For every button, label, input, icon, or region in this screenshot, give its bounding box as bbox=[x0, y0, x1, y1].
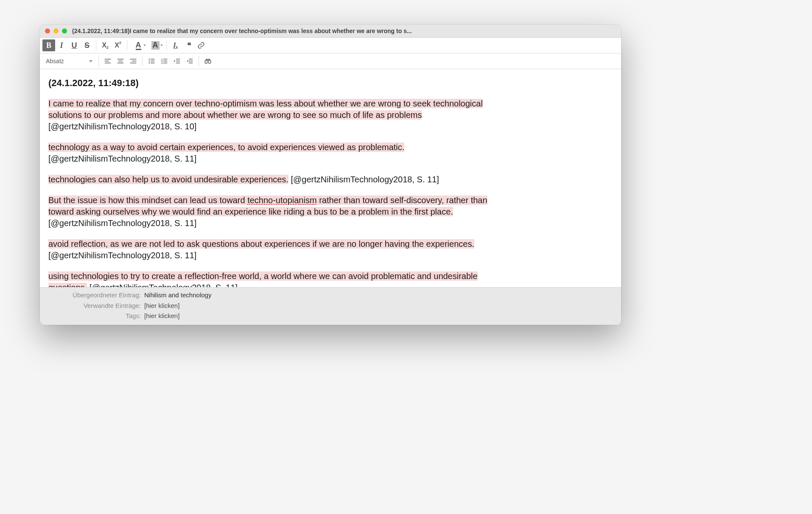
paragraph-1: I came to realize that my concern over t… bbox=[48, 98, 613, 132]
bold-button[interactable]: B bbox=[42, 39, 55, 51]
link-icon bbox=[197, 42, 205, 49]
editor-toolbar: B I U S X2 X2 A A Ix ❝ bbox=[40, 38, 621, 69]
italic-button[interactable]: I bbox=[55, 39, 68, 51]
indent-icon bbox=[186, 57, 193, 65]
tags-value[interactable]: [hier klicken] bbox=[144, 311, 179, 321]
highlight-span: I came to realize that my concern over t… bbox=[48, 99, 483, 108]
related-entries-row: Verwandte Einträge: [hier klicken] bbox=[40, 301, 621, 311]
highlight-span: avoid reflection, as we are not led to a… bbox=[48, 239, 474, 249]
blockquote-button[interactable]: ❝ bbox=[182, 39, 195, 51]
text-color-button[interactable]: A bbox=[130, 39, 147, 51]
align-right-button[interactable] bbox=[127, 55, 140, 67]
insert-link-button[interactable] bbox=[195, 39, 207, 51]
citation-text: [@gertzNihilismTechnology2018, S. 11] bbox=[288, 175, 439, 184]
superscript-button[interactable]: X2 bbox=[112, 39, 124, 51]
outdent-button[interactable] bbox=[171, 55, 183, 67]
paragraph-3: technologies can also help us to avoid u… bbox=[48, 174, 613, 185]
close-window-button[interactable] bbox=[45, 28, 50, 34]
window-controls bbox=[45, 28, 67, 34]
indent-button[interactable] bbox=[183, 55, 196, 67]
align-right-icon bbox=[129, 57, 137, 65]
spellcheck-underline: techno-utopianism bbox=[247, 196, 316, 205]
editor-content[interactable]: (24.1.2022, 11:49:18) I came to realize … bbox=[40, 69, 621, 287]
subscript-button[interactable]: X2 bbox=[99, 39, 112, 51]
svg-point-9 bbox=[149, 59, 150, 59]
zoom-window-button[interactable] bbox=[62, 28, 67, 34]
underline-button[interactable]: U bbox=[68, 39, 81, 51]
strikethrough-button[interactable]: S bbox=[81, 39, 93, 51]
svg-text:3: 3 bbox=[161, 62, 162, 64]
bullet-list-icon bbox=[148, 57, 155, 65]
paragraph-format-select[interactable]: Absatz bbox=[42, 55, 96, 67]
highlight-span: technologies can also help us to avoid u… bbox=[48, 175, 288, 184]
paragraph-4: But the issue is how this mindset can le… bbox=[48, 195, 613, 229]
highlight-span: technology as a way to avoid certain exp… bbox=[48, 142, 404, 152]
outdent-icon bbox=[173, 57, 181, 65]
align-center-button[interactable] bbox=[114, 55, 127, 67]
note-editor-window: (24.1.2022, 11:49:18)I came to realize t… bbox=[40, 25, 621, 325]
parent-entry-label: Übergeordneter Eintrag: bbox=[40, 290, 144, 301]
related-entries-label: Verwandte Einträge: bbox=[40, 301, 144, 311]
highlight-span: But the issue is how this mindset can le… bbox=[48, 196, 487, 205]
paragraph-6: using technologies to try to create a re… bbox=[48, 271, 613, 287]
titlebar: (24.1.2022, 11:49:18)I came to realize t… bbox=[40, 25, 621, 38]
citation-text: [@gertzNihilismTechnology2018, S. 11] bbox=[48, 154, 196, 163]
ordered-list-button[interactable]: 1 2 3 bbox=[158, 55, 171, 67]
paragraph-format-label: Absatz bbox=[46, 58, 64, 64]
highlight-span: solutions to our problems and more about… bbox=[48, 110, 422, 120]
align-left-button[interactable] bbox=[101, 55, 114, 67]
paragraph-5: avoid reflection, as we are not led to a… bbox=[48, 238, 613, 261]
binoculars-icon bbox=[204, 57, 212, 65]
highlight-span: toward asking ourselves why we would fin… bbox=[48, 207, 453, 216]
align-center-icon bbox=[117, 57, 124, 65]
tags-row: Tags: [hier klicken] bbox=[40, 311, 621, 321]
toolbar-row-text-style: B I U S X2 X2 A A Ix ❝ bbox=[40, 38, 621, 53]
highlight-span: questions. bbox=[48, 283, 87, 287]
citation-text: [@gertzNihilismTechnology2018, S. 11] bbox=[48, 218, 196, 228]
highlight-span: using technologies to try to create a re… bbox=[48, 271, 478, 281]
citation-text: [@gertzNihilismTechnology2018, S. 10] bbox=[48, 122, 196, 131]
chevron-down-icon bbox=[89, 60, 92, 62]
svg-rect-29 bbox=[205, 61, 207, 64]
svg-point-10 bbox=[149, 61, 150, 61]
clear-formatting-button[interactable]: Ix bbox=[169, 39, 182, 51]
citation-text: [@gertzNihilismTechnology2018, S. 11] bbox=[48, 251, 196, 260]
note-timestamp-heading: (24.1.2022, 11:49:18) bbox=[48, 77, 613, 89]
highlight-color-button[interactable]: A bbox=[147, 39, 164, 51]
window-title: (24.1.2022, 11:49:18)I came to realize t… bbox=[72, 28, 616, 34]
svg-rect-30 bbox=[209, 61, 211, 64]
find-replace-button[interactable] bbox=[202, 55, 214, 67]
toolbar-row-paragraph: Absatz 1 2 3 bbox=[40, 53, 621, 69]
minimize-window-button[interactable] bbox=[53, 28, 59, 34]
parent-entry-row: Übergeordneter Eintrag: Nihilism and tec… bbox=[40, 290, 621, 301]
numbered-list-icon: 1 2 3 bbox=[160, 57, 168, 65]
paragraph-2: technology as a way to avoid certain exp… bbox=[48, 142, 613, 165]
related-entries-value[interactable]: [hier klicken] bbox=[144, 301, 179, 311]
svg-point-11 bbox=[149, 62, 150, 63]
svg-marker-28 bbox=[187, 60, 188, 62]
metadata-footer: Übergeordneter Eintrag: Nihilism and tec… bbox=[40, 287, 621, 325]
svg-marker-24 bbox=[174, 60, 175, 62]
unordered-list-button[interactable] bbox=[145, 55, 158, 67]
parent-entry-value[interactable]: Nihilism and technology bbox=[144, 290, 211, 301]
align-left-icon bbox=[104, 57, 112, 65]
citation-text: [@gertzNihilismTechnology2018, S. 11] bbox=[87, 283, 238, 287]
tags-label: Tags: bbox=[40, 311, 144, 321]
